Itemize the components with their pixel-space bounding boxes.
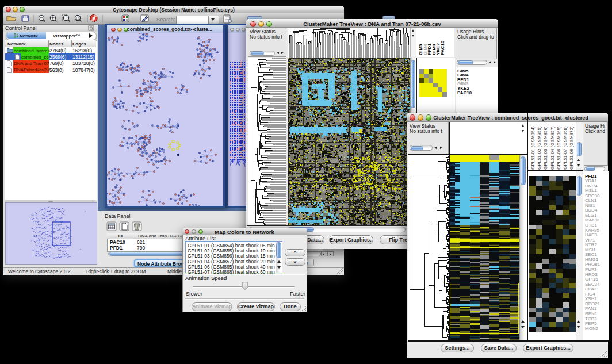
svg-text:1:1: 1:1 (76, 17, 80, 20)
